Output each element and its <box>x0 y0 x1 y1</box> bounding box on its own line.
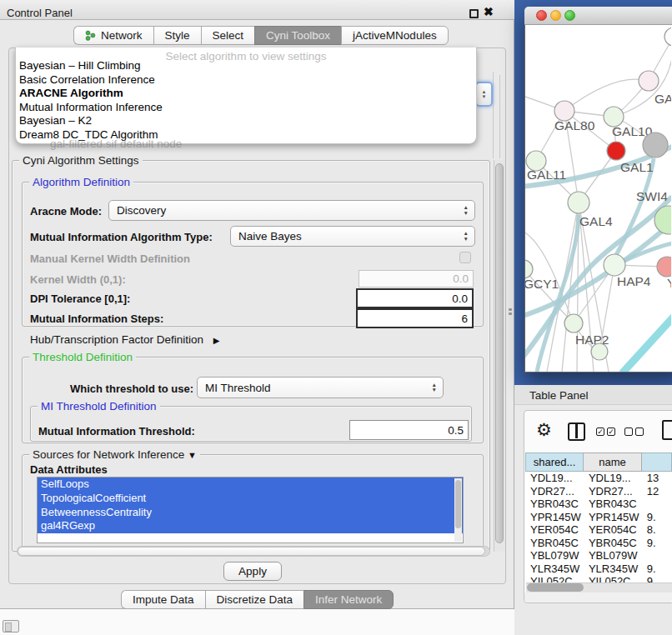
table-row[interactable]: YBR043CYBR043C <box>525 498 672 511</box>
tab-infer-network[interactable]: Infer Network <box>303 590 394 609</box>
table-cell: 12 <box>642 485 672 498</box>
tab-style[interactable]: Style <box>153 26 201 45</box>
dropdown-item[interactable]: Basic Correlation Inference <box>16 73 476 88</box>
attribute-list-item[interactable]: SelfLoops <box>38 478 463 492</box>
attribute-list-item[interactable]: TopologicalCoefficient <box>38 492 463 506</box>
table-cell: 9. <box>642 511 672 524</box>
network-edge-highlighted[interactable] <box>622 317 671 372</box>
table-row[interactable]: YDL19...YDL19...13 <box>525 472 672 485</box>
tab-cyni-toolbox[interactable]: Cyni Toolbox <box>254 26 341 45</box>
combo-spinner-icon: ▲▼ <box>464 201 469 220</box>
which-threshold-combo[interactable]: MI Threshold ▲▼ <box>197 377 444 398</box>
node-table-rows: YDL19...YDL19...13YDR27...YDR27...12YBR0… <box>525 472 672 582</box>
network-node[interactable] <box>643 132 668 158</box>
mi-steps-field[interactable]: 6 <box>356 308 474 328</box>
network-node-label: GAL4 <box>579 214 613 228</box>
mi-steps-label: Mutual Information Steps: <box>30 312 163 325</box>
network-node-label: GCY1 <box>525 277 559 291</box>
network-node-label: SWI4 <box>636 189 668 203</box>
network-node[interactable] <box>639 71 659 91</box>
column-header-shared[interactable]: shared... <box>525 452 584 472</box>
settings-hscrollbar-thumb[interactable] <box>18 547 485 556</box>
close-panel-icon[interactable]: ✖ <box>484 5 494 18</box>
table-row[interactable]: YIL052CYIL052C9 <box>525 575 672 582</box>
tab-impute-data[interactable]: Impute Data <box>121 590 205 609</box>
control-panel-title: Control Panel <box>7 7 73 19</box>
hidden-groupbox-edge <box>493 72 494 158</box>
hidden-groupbox-edge-2 <box>499 75 500 158</box>
dpi-tolerance-field[interactable]: 0.0 <box>356 288 474 308</box>
tab-discretize-data[interactable]: Discretize Data <box>205 590 304 609</box>
network-graph: GALGAL80GAL10GAL1GAL11SWI4GAL4GCY1HAP4YH… <box>525 25 671 372</box>
network-node[interactable] <box>568 192 589 213</box>
algorithm-dropdown-list: Select algorithm to view settings Bayesi… <box>15 48 477 144</box>
table-row[interactable]: YPR145WYPR145W9. <box>525 511 672 524</box>
minimized-panel-icon[interactable] <box>3 620 19 632</box>
float-window-icon[interactable] <box>469 9 479 18</box>
mi-threshold-field[interactable]: 0.5 <box>349 420 469 440</box>
settings-scrollbar-thumb[interactable] <box>495 163 504 543</box>
table-row[interactable]: YBR045CYBR045C9. <box>525 537 672 550</box>
table-cell: YLR345W <box>525 562 584 576</box>
table-cell: YBL079W <box>584 549 642 562</box>
hub-definition-toggle[interactable]: Hub/Transcription Factor Definition ▶ <box>30 333 220 346</box>
network-node[interactable] <box>525 260 533 278</box>
gear-icon[interactable]: ⚙ <box>536 420 552 440</box>
dropdown-item[interactable]: Bayesian – K2 <box>16 114 476 128</box>
network-node[interactable] <box>591 343 608 360</box>
data-attributes-list[interactable]: SelfLoopsTopologicalCoefficientBetweenne… <box>37 477 464 543</box>
control-panel-titlebar <box>0 0 514 20</box>
aracne-mode-combo[interactable]: Discovery ▲▼ <box>108 200 475 221</box>
node-table-header: shared... name <box>525 452 672 472</box>
table-cell: YPR145W <box>584 511 642 524</box>
tab-network[interactable]: Network <box>73 26 153 45</box>
apply-button[interactable]: Apply <box>223 562 282 581</box>
table-footer <box>524 592 672 602</box>
dropdown-items: Bayesian – Hill ClimbingBasic Correlatio… <box>16 59 476 142</box>
attribute-list-item[interactable]: BetweennessCentrality <box>38 506 463 520</box>
algorithm-definition-title: Algorithm Definition <box>29 176 133 188</box>
table-cell: YDR27... <box>584 485 642 498</box>
minimize-window-icon[interactable] <box>550 10 561 21</box>
dropdown-item[interactable]: Mutual Information Inference <box>16 101 476 115</box>
network-node[interactable] <box>664 28 671 46</box>
table-cell: YER054C <box>525 523 584 537</box>
column-header-name[interactable]: name <box>584 452 642 472</box>
sources-group-title[interactable]: Sources for Network Inference ▼ <box>29 448 200 461</box>
zoom-window-icon[interactable] <box>564 10 575 21</box>
manual-kernel-checkbox[interactable] <box>459 252 471 263</box>
network-node[interactable] <box>607 142 625 160</box>
mi-algorithm-type-label: Mutual Information Algorithm Type: <box>30 231 213 243</box>
network-canvas[interactable]: GALGAL80GAL10GAL1GAL11SWI4GAL4GCY1HAP4YH… <box>525 25 671 372</box>
network-node[interactable] <box>564 314 583 332</box>
tab-select[interactable]: Select <box>201 26 255 45</box>
splitter-grip[interactable] <box>508 307 513 317</box>
table-row[interactable]: YDR27...YDR27...12 <box>525 485 672 498</box>
network-node[interactable] <box>657 257 671 277</box>
network-node-label: GAL11 <box>527 168 566 182</box>
mi-threshold-group-title: MI Threshold Definition <box>38 400 160 412</box>
table-cell: YBR043C <box>584 498 642 511</box>
network-node[interactable] <box>604 254 625 276</box>
table-row[interactable]: YER054CYER054C8. <box>525 523 672 537</box>
close-window-icon[interactable] <box>536 10 547 21</box>
network-edge-highlighted[interactable] <box>525 228 665 317</box>
table-hscrollbar-thumb[interactable] <box>527 583 584 592</box>
dropdown-item[interactable]: ARACNE Algorithm <box>16 87 476 101</box>
kernel-width-field[interactable]: 0.0 <box>359 270 474 288</box>
algorithm-combo-spinner[interactable]: ▲▼ <box>475 82 493 107</box>
tab-jactivemnodules[interactable]: jActiveMNodules <box>341 26 449 45</box>
attributes-scrollbar-thumb[interactable] <box>455 480 461 528</box>
column-header-third[interactable] <box>642 452 672 472</box>
mi-algorithm-type-combo[interactable]: Naive Bayes ▲▼ <box>230 226 475 247</box>
document-icon[interactable] <box>662 420 672 440</box>
table-cell: YLR345W <box>584 562 642 576</box>
columns-icon[interactable] <box>568 422 585 441</box>
table-row[interactable]: YLR345WYLR345W9. <box>525 562 672 576</box>
table-cell: YDL19... <box>525 472 584 485</box>
expanded-arrow-icon: ▼ <box>188 450 197 460</box>
attribute-list-item[interactable]: gal4RGexp <box>38 519 463 533</box>
table-row[interactable]: YBL079WYBL079W <box>525 549 672 562</box>
deselect-all-checkboxes-icon[interactable] <box>624 428 644 436</box>
select-all-checkboxes-icon[interactable]: ✓✓ <box>596 428 615 436</box>
